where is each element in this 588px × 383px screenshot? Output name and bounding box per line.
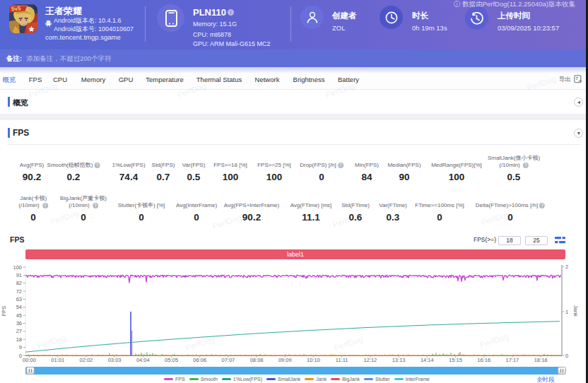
svg-text:27: 27	[16, 328, 22, 334]
svg-text:15:15: 15:15	[449, 357, 462, 363]
svg-text:2: 2	[565, 264, 568, 270]
svg-text:18:18: 18:18	[534, 357, 548, 363]
svg-text:16:16: 16:16	[477, 357, 490, 363]
svg-text:13:13: 13:13	[392, 357, 406, 363]
svg-text:63: 63	[16, 296, 22, 302]
svg-text:72: 72	[16, 288, 22, 295]
svg-text:100: 100	[13, 264, 22, 271]
svg-text:18: 18	[16, 336, 22, 343]
svg-text:00:00: 00:00	[23, 357, 36, 363]
svg-text:FPS: FPS	[1, 306, 7, 317]
svg-text:05:05: 05:05	[165, 357, 178, 363]
svg-text:54: 54	[16, 304, 22, 310]
svg-text:17:17: 17:17	[506, 357, 519, 363]
svg-text:07:07: 07:07	[222, 357, 235, 363]
svg-text:04:04: 04:04	[136, 357, 150, 363]
svg-text:12:12: 12:12	[364, 357, 377, 363]
svg-text:82: 82	[16, 280, 22, 286]
svg-text:01:01: 01:01	[51, 357, 64, 363]
svg-text:45: 45	[16, 312, 22, 319]
svg-text:9: 9	[19, 344, 22, 350]
svg-text:11:11: 11:11	[336, 357, 348, 363]
svg-text:02:02: 02:02	[80, 357, 93, 363]
svg-text:36: 36	[16, 320, 22, 326]
svg-text:0: 0	[19, 353, 22, 359]
svg-text:Jank: Jank	[572, 305, 579, 317]
svg-text:08:08: 08:08	[250, 357, 264, 363]
svg-text:0: 0	[565, 353, 568, 359]
svg-text:10:10: 10:10	[307, 357, 320, 363]
svg-text:91: 91	[16, 272, 22, 278]
svg-text:03:03: 03:03	[108, 357, 122, 363]
svg-text:1: 1	[565, 309, 568, 315]
svg-text:14:14: 14:14	[421, 357, 434, 363]
svg-text:09:09: 09:09	[278, 357, 292, 363]
svg-text:06:06: 06:06	[193, 357, 206, 363]
